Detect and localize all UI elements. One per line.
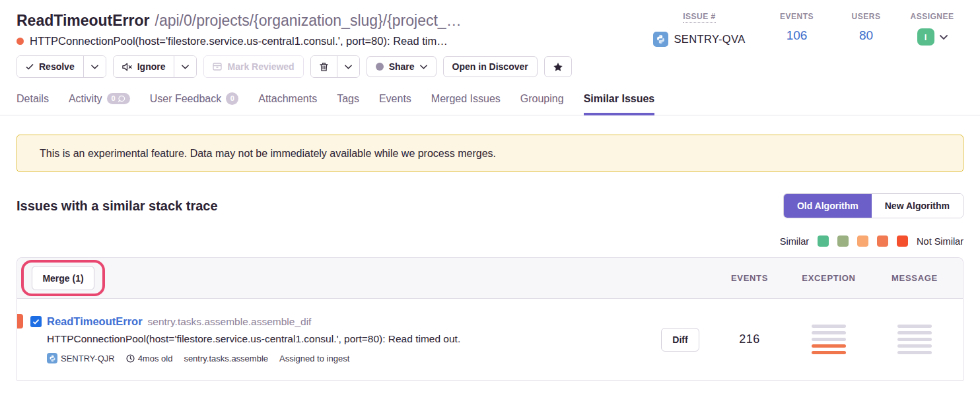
activity-count-badge: 0	[107, 93, 130, 104]
similar-issue-row: ReadTimeoutError sentry.tasks.assemble.a…	[17, 299, 963, 381]
old-algorithm-button[interactable]: Old Algorithm	[784, 194, 872, 218]
ignore-button[interactable]: Ignore	[114, 56, 174, 77]
row-assigned: Assigned to ingest	[279, 354, 349, 363]
share-button[interactable]: Share	[367, 56, 437, 77]
merge-button[interactable]: Merge (1)	[32, 266, 94, 290]
issue-page: ReadTimeoutError/api/0/projects/{organiz…	[0, 0, 980, 407]
tab-tags[interactable]: Tags	[337, 92, 359, 115]
tab-merged-issues[interactable]: Merged Issues	[431, 92, 501, 115]
stat-issue-number: ISSUE # SENTRY-QVA	[637, 12, 762, 47]
events-label: EVENTS	[780, 12, 814, 21]
issue-culprit-line: HTTPConnectionPool(host='filestore.servi…	[17, 35, 462, 47]
swatch	[812, 331, 846, 334]
clock-icon	[126, 354, 135, 363]
tab-events[interactable]: Events	[379, 92, 411, 115]
chevron-down-icon	[182, 65, 189, 69]
issue-number-label: ISSUE #	[683, 12, 716, 23]
row-issue-culprit: sentry.tasks.assemble.assemble_dif	[148, 316, 312, 328]
issue-title: ReadTimeoutError	[17, 12, 150, 29]
issue-culprit: HTTPConnectionPool(host='filestore.servi…	[30, 35, 448, 47]
archive-icon	[213, 63, 222, 71]
bookmark-button[interactable]	[544, 56, 572, 77]
row-events-count: 216	[713, 332, 786, 346]
issue-header-left: ReadTimeoutError/api/0/projects/{organiz…	[17, 11, 462, 47]
check-icon	[26, 63, 34, 70]
similar-section-head: Issues with a similar stack trace Old Al…	[17, 193, 963, 218]
user-feedback-count-badge: 0	[226, 92, 238, 105]
swatch	[812, 338, 846, 341]
tab-activity[interactable]: Activity 0	[69, 92, 130, 115]
swatch	[812, 344, 846, 348]
issue-subtitle: /api/0/projects/{organization_slug}/{pro…	[155, 12, 462, 29]
open-in-discover-button[interactable]: Open in Discover	[443, 56, 538, 77]
tab-details[interactable]: Details	[17, 92, 49, 115]
python-icon	[47, 353, 57, 363]
resolve-dropdown-button[interactable]	[83, 56, 106, 77]
legend-not-similar-label: Not Similar	[917, 236, 963, 247]
star-icon	[553, 63, 563, 71]
row-issue-message: HTTPConnectionPool(host='filestore.servi…	[47, 333, 647, 345]
speech-bubble-icon	[118, 95, 125, 102]
legend-swatches	[818, 235, 908, 247]
events-count-link[interactable]: 106	[787, 28, 808, 43]
chevron-down-icon	[420, 65, 427, 69]
issue-short-id-text: SENTRY-QVA	[674, 33, 745, 46]
assignee-avatar: I	[917, 28, 934, 46]
python-icon	[653, 32, 668, 47]
row-issue-title-link[interactable]: ReadTimeoutError	[47, 315, 143, 328]
column-header-events: EVENTS	[713, 273, 786, 283]
mute-icon	[122, 63, 132, 71]
mark-reviewed-button-group: Mark Reviewed	[203, 55, 303, 78]
swatch	[812, 351, 846, 354]
ignore-dropdown-button[interactable]	[174, 56, 196, 77]
issue-header: ReadTimeoutError/api/0/projects/{organiz…	[0, 0, 980, 47]
banner-text: This is an experimental feature. Data ma…	[40, 148, 496, 160]
tab-attachments[interactable]: Attachments	[258, 92, 317, 115]
issue-tab-bar: Details Activity 0 User Feedback 0 Attac…	[0, 78, 980, 115]
error-level-bar	[17, 314, 23, 329]
similar-issues-table: Merge (1) EVENTS EXCEPTION MESSAGE ReadT…	[17, 257, 963, 381]
table-header: Merge (1) EVENTS EXCEPTION MESSAGE	[17, 258, 963, 299]
row-task: sentry.tasks.assemble	[184, 354, 268, 363]
stat-events: EVENTS 106	[762, 12, 831, 47]
row-age-text: 4mos old	[138, 354, 173, 363]
tab-similar-issues[interactable]: Similar Issues	[584, 92, 655, 115]
legend-similar-label: Similar	[780, 236, 809, 247]
resolve-button-group: Resolve	[17, 55, 106, 78]
algorithm-toggle: Old Algorithm New Algorithm	[783, 193, 963, 218]
exception-similarity-spectrum	[786, 325, 872, 354]
swatch	[897, 325, 932, 328]
row-meta: SENTRY-QJR 4mos old sentry.tasks.assembl…	[47, 353, 647, 363]
row-main-cell: ReadTimeoutError sentry.tasks.assemble.a…	[17, 315, 647, 363]
swatch	[897, 235, 908, 247]
row-checkbox[interactable]	[30, 316, 42, 327]
resolve-button[interactable]: Resolve	[17, 56, 83, 77]
tab-user-feedback[interactable]: User Feedback 0	[150, 92, 239, 115]
swatch	[857, 235, 868, 247]
column-header-message: MESSAGE	[872, 273, 958, 283]
swatch	[818, 235, 829, 247]
row-short-id-text: SENTRY-QJR	[61, 354, 115, 363]
swatch	[897, 338, 932, 341]
issue-stats: ISSUE # SENTRY-QVA EVENTS 106 USERS 80 A…	[637, 11, 963, 47]
users-label: USERS	[852, 12, 881, 21]
column-header-exception: EXCEPTION	[786, 273, 872, 283]
similarity-legend: Similar Not Similar	[17, 235, 963, 247]
message-similarity-spectrum	[872, 325, 958, 354]
ignore-button-group: Ignore	[113, 55, 197, 78]
users-count-link[interactable]: 80	[859, 28, 873, 43]
delete-dropdown-button[interactable]	[337, 56, 359, 77]
assignee-dropdown[interactable]: I	[917, 28, 948, 46]
delete-button[interactable]	[311, 56, 337, 77]
new-algorithm-button[interactable]: New Algorithm	[872, 194, 963, 218]
assignee-label: ASSIGNEE	[910, 12, 954, 21]
tab-grouping[interactable]: Grouping	[520, 92, 564, 115]
swatch	[897, 344, 932, 348]
diff-button[interactable]: Diff	[661, 328, 699, 352]
trash-icon	[320, 62, 328, 72]
swatch	[837, 235, 849, 247]
swatch	[812, 325, 846, 328]
mark-reviewed-button[interactable]: Mark Reviewed	[204, 56, 302, 77]
stat-users: USERS 80	[831, 12, 901, 47]
section-title: Issues with a similar stack trace	[17, 199, 218, 214]
